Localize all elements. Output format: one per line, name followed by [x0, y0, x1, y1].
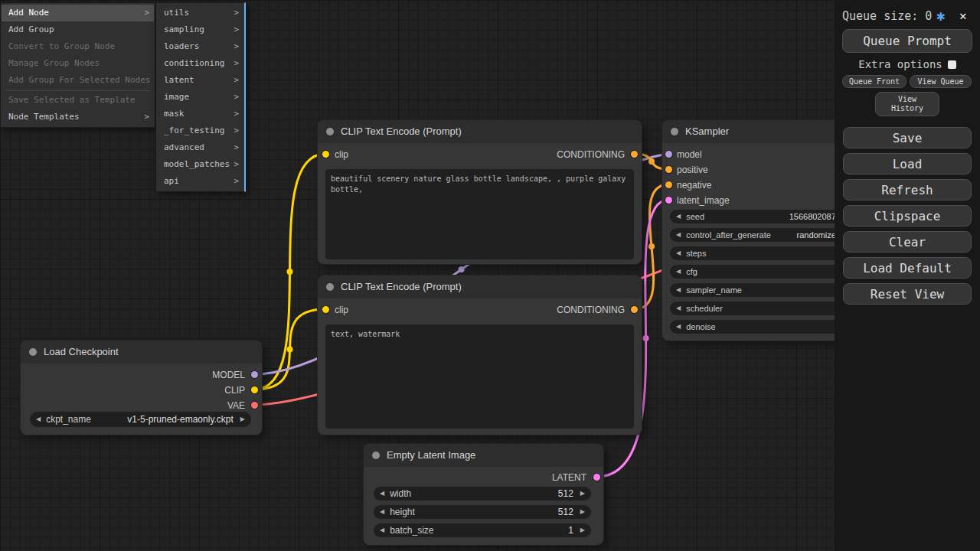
menu-item-node-templates[interactable]: Node Templates > — [2, 109, 154, 126]
submenu-item-conditioning[interactable]: conditioning > — [157, 55, 243, 72]
widget-batch-size[interactable]: ◀ batch_size 1 ▶ — [374, 523, 591, 537]
submenu-arrow-icon: > — [234, 122, 239, 139]
node-title-bar[interactable]: KSampler — [662, 120, 861, 143]
link-midpoint-dot[interactable] — [648, 158, 655, 165]
widget-cfg[interactable]: ◀ cfg ▶ — [670, 265, 854, 279]
node-title-bar[interactable]: CLIP Text Encode (Prompt) — [318, 120, 642, 143]
reset-view-button[interactable]: Reset View — [843, 283, 972, 305]
widget-seed[interactable]: ◀ seed 1566802087 ▶ — [670, 210, 854, 223]
node-clip-text-encode-positive[interactable]: CLIP Text Encode (Prompt) clip CONDITION… — [318, 120, 642, 264]
submenu-item-mask[interactable]: mask > — [157, 106, 243, 122]
input-slot-label: model — [677, 149, 702, 160]
output-slot-clip[interactable] — [251, 386, 258, 393]
settings-icon[interactable]: ✱ — [936, 7, 945, 24]
menu-item-add-group-for-selected[interactable]: Add Group For Selected Nodes — [2, 72, 154, 89]
link-midpoint-dot[interactable] — [287, 269, 293, 275]
view-queue-button[interactable]: View Queue — [910, 75, 972, 88]
menu-item-manage-group-nodes[interactable]: Manage Group Nodes — [2, 55, 154, 72]
decrement-icon[interactable]: ◀ — [380, 509, 384, 515]
extra-options-checkbox[interactable] — [948, 60, 956, 69]
node-clip-text-encode-negative[interactable]: CLIP Text Encode (Prompt) clip CONDITION… — [318, 276, 642, 435]
clear-button[interactable]: Clear — [843, 231, 972, 253]
widget-width[interactable]: ◀ width 512 ▶ — [374, 487, 591, 500]
link-midpoint-dot[interactable] — [287, 347, 293, 353]
widget-denoise[interactable]: ◀ denoise ▶ — [670, 320, 854, 334]
submenu-item-loaders[interactable]: loaders > — [157, 38, 243, 55]
input-slot-latent-image[interactable] — [665, 197, 672, 204]
view-history-button[interactable]: View History — [875, 92, 939, 116]
increment-icon[interactable]: ▶ — [580, 527, 585, 533]
add-node-submenu: utils > sampling > loaders > conditionin… — [155, 2, 246, 192]
widget-ckpt-name[interactable]: ◀ ckpt_name v1-5-pruned-emaonly.ckpt ▶ — [30, 412, 251, 427]
node-title-bar[interactable]: Load Checkpoint — [21, 341, 262, 364]
submenu-item-sampling[interactable]: sampling > — [157, 21, 243, 38]
output-slot-latent[interactable] — [593, 474, 600, 481]
output-slot-conditioning[interactable] — [631, 151, 638, 158]
menu-item-add-node[interactable]: Add Node > — [2, 5, 154, 21]
submenu-item-advanced[interactable]: advanced > — [157, 139, 243, 156]
node-ksampler[interactable]: KSampler model positive negative latent_… — [662, 120, 861, 341]
increment-icon[interactable]: ▶ — [580, 509, 585, 515]
submenu-item-for-testing[interactable]: _for_testing > — [157, 122, 243, 139]
input-slot-negative[interactable] — [665, 181, 672, 188]
output-slot-model[interactable] — [251, 371, 258, 378]
submenu-item-latent[interactable]: latent > — [157, 72, 243, 89]
decrement-icon[interactable]: ◀ — [380, 491, 384, 497]
input-slot-clip[interactable] — [322, 151, 329, 158]
load-button[interactable]: Load — [843, 153, 972, 174]
increment-icon[interactable]: ▶ — [580, 491, 585, 497]
collapse-dot[interactable] — [326, 283, 334, 291]
collapse-dot[interactable] — [372, 452, 380, 459]
load-default-button[interactable]: Load Default — [843, 257, 972, 279]
link-midpoint-dot[interactable] — [643, 335, 649, 341]
node-title-bar[interactable]: CLIP Text Encode (Prompt) — [318, 276, 642, 298]
submenu-item-model-patches[interactable]: model_patches > — [157, 156, 243, 173]
submenu-arrow-icon: > — [234, 173, 239, 190]
widget-scheduler[interactable]: ◀ scheduler ▶ — [670, 302, 854, 315]
refresh-button[interactable]: Refresh — [843, 179, 972, 201]
close-icon[interactable]: ✕ — [959, 8, 967, 23]
decrement-icon[interactable]: ◀ — [676, 250, 681, 256]
queue-front-button[interactable]: Queue Front — [842, 75, 906, 88]
node-title-bar[interactable]: Empty Latent Image — [364, 444, 603, 467]
decrement-icon[interactable]: ◀ — [676, 269, 681, 275]
output-slot-conditioning[interactable] — [631, 306, 638, 313]
node-empty-latent-image[interactable]: Empty Latent Image LATENT ◀ width 512 ▶ … — [364, 444, 603, 545]
collapse-dot[interactable] — [326, 128, 334, 135]
prev-option-icon[interactable]: ◀ — [36, 416, 41, 422]
next-option-icon[interactable]: ▶ — [240, 416, 245, 422]
prompt-textarea[interactable]: beautiful scenery nature glass bottle la… — [325, 169, 634, 259]
queue-prompt-button[interactable]: Queue Prompt — [842, 29, 972, 53]
prompt-textarea[interactable]: text, watermark — [325, 324, 634, 429]
decrement-icon[interactable]: ◀ — [676, 305, 681, 311]
submenu-item-utils[interactable]: utils > — [157, 5, 243, 21]
decrement-icon[interactable]: ◀ — [676, 214, 681, 220]
decrement-icon[interactable]: ◀ — [676, 324, 681, 330]
collapse-dot[interactable] — [29, 348, 37, 356]
collapse-dot[interactable] — [671, 128, 678, 135]
save-button[interactable]: Save — [843, 127, 972, 148]
output-slot-vae[interactable] — [251, 402, 258, 409]
submenu-item-image[interactable]: image > — [157, 89, 243, 106]
decrement-icon[interactable]: ◀ — [676, 287, 681, 293]
menu-item-convert-to-group-node[interactable]: Convert to Group Node — [2, 38, 154, 55]
menu-item-save-selected-as-template[interactable]: Save Selected as Template — [2, 92, 154, 109]
graph-canvas[interactable]: CLIP Text Encode (Prompt) clip CONDITION… — [0, 0, 980, 551]
submenu-arrow-icon: > — [144, 109, 149, 126]
widget-steps[interactable]: ◀ steps ▶ — [670, 246, 854, 260]
link-midpoint-dot[interactable] — [648, 243, 655, 249]
widget-control-after-generate[interactable]: ◀ control_after_generate randomize ▶ — [670, 228, 854, 242]
input-slot-model[interactable] — [665, 151, 672, 158]
widget-sampler-name[interactable]: ◀ sampler_name ▶ — [670, 283, 854, 297]
clipspace-button[interactable]: Clipspace — [843, 205, 972, 227]
menu-item-add-group[interactable]: Add Group — [2, 21, 154, 38]
link-midpoint-dot[interactable] — [459, 266, 465, 272]
decrement-icon[interactable]: ◀ — [676, 232, 681, 238]
submenu-item-api[interactable]: api > — [157, 173, 243, 190]
node-load-checkpoint[interactable]: Load Checkpoint MODEL CLIP VAE ◀ ckpt_na… — [21, 341, 262, 435]
input-slot-positive[interactable] — [665, 166, 672, 173]
input-slot-clip[interactable] — [322, 306, 329, 313]
widget-height[interactable]: ◀ height 512 ▶ — [374, 505, 591, 519]
decrement-icon[interactable]: ◀ — [380, 527, 384, 533]
input-slot-label: latent_image — [677, 195, 730, 206]
